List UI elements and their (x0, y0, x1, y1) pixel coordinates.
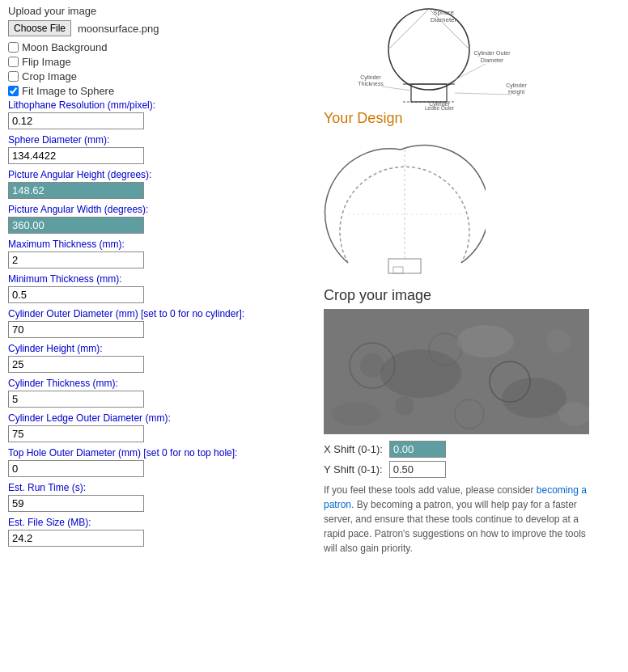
design-preview (324, 133, 486, 279)
main-container: Upload your image Choose File moonsurfac… (0, 0, 628, 560)
svg-text:Thickness: Thickness (358, 81, 384, 87)
x-shift-row: X Shift (0-1): (324, 441, 620, 458)
field-input-max-thickness[interactable] (8, 251, 144, 268)
checkbox-label-moon-bg[interactable]: Moon Background (22, 41, 108, 53)
runtime-label: Est. Run Time (s): (8, 482, 308, 493)
svg-point-34 (332, 402, 380, 426)
field-group-cyl-thickness: Cylinder Thickness (mm): (8, 378, 308, 408)
field-label-cyl-thickness: Cylinder Thickness (mm): (8, 378, 308, 389)
field-input-min-thickness[interactable] (8, 286, 144, 303)
field-input-cyl-ledge-outer[interactable] (8, 425, 144, 442)
svg-text:Diameter: Diameter (481, 57, 504, 63)
field-group-min-thickness: Minimum Thickness (mm): (8, 273, 308, 303)
checkboxes-container: Moon BackgroundFlip ImageCrop ImageFit I… (8, 41, 308, 97)
checkbox-fit-sphere[interactable] (8, 86, 19, 96)
file-name: moonsurface.png (78, 23, 159, 35)
runtime-group: Est. Run Time (s): (8, 482, 308, 512)
field-label-pic-ang-height: Picture Angular Height (degrees): (8, 169, 308, 180)
checkbox-label-flip-image[interactable]: Flip Image (22, 56, 71, 68)
svg-text:Cylinder: Cylinder (360, 74, 381, 81)
checkbox-moon-bg[interactable] (8, 42, 19, 53)
field-label-top-hole: Top Hole Outer Diameter (mm) [set 0 for … (8, 447, 308, 459)
checkbox-row-crop-image: Crop Image (8, 70, 308, 82)
svg-line-13 (382, 87, 411, 91)
svg-point-32 (380, 349, 461, 398)
patron-text: If you feel these tools add value, pleas… (324, 483, 599, 556)
field-group-pic-ang-height: Picture Angular Height (degrees): (8, 169, 308, 199)
svg-line-10 (447, 64, 486, 84)
checkbox-row-moon-bg: Moon Background (8, 41, 308, 53)
field-input-cyl-thickness[interactable] (8, 391, 144, 408)
svg-point-0 (388, 9, 469, 90)
design-title: Your Design (324, 110, 620, 127)
svg-text:Cylinder Outer: Cylinder Outer (473, 50, 511, 57)
svg-rect-1 (411, 84, 447, 102)
checkbox-label-crop-image[interactable]: Crop Image (22, 70, 77, 82)
y-shift-row: Y Shift (0-1): (324, 461, 620, 478)
svg-text:Cylinder: Cylinder (506, 82, 527, 89)
field-group-litho-res: Lithophane Resolution (mm/pixel): (8, 99, 308, 129)
svg-line-18 (455, 93, 511, 95)
field-label-cyl-height: Cylinder Height (mm): (8, 343, 308, 354)
filesize-input[interactable] (8, 530, 144, 547)
sphere-diagram: Sphere Diameter Cylinder Outer Diameter … (324, 5, 534, 110)
svg-point-30 (395, 396, 414, 416)
x-shift-input[interactable] (389, 441, 446, 458)
field-group-cyl-ledge-outer: Cylinder Ledge Outer Diameter (mm): (8, 412, 308, 442)
checkbox-flip-image[interactable] (8, 57, 19, 67)
field-input-cyl-outer-diam[interactable] (8, 321, 144, 338)
patron-text-before: If you feel these tools add value, pleas… (324, 484, 537, 496)
svg-point-33 (502, 378, 566, 418)
crop-title: Crop your image (324, 287, 620, 304)
svg-text:Diameter: Diameter (431, 16, 457, 23)
field-input-top-hole[interactable] (8, 460, 144, 477)
checkbox-crop-image[interactable] (8, 71, 19, 82)
fields-container: Lithophane Resolution (mm/pixel):Sphere … (8, 99, 308, 477)
field-label-litho-res: Lithophane Resolution (mm/pixel): (8, 99, 308, 111)
svg-text:Sphere: Sphere (433, 9, 454, 16)
field-group-cyl-outer-diam: Cylinder Outer Diameter (mm) [set to 0 f… (8, 308, 308, 338)
patron-text-after: . By becoming a patron, you will help pa… (324, 499, 586, 554)
runtime-input[interactable] (8, 495, 144, 512)
field-group-top-hole: Top Hole Outer Diameter (mm) [set 0 for … (8, 447, 308, 477)
field-input-litho-res[interactable] (8, 112, 144, 129)
field-group-cyl-height: Cylinder Height (mm): (8, 343, 308, 373)
field-group-sphere-diam: Sphere Diameter (mm): (8, 134, 308, 164)
field-group-pic-ang-width: Picture Angular Width (degrees): (8, 204, 308, 234)
upload-title: Upload your image (8, 5, 308, 17)
field-label-max-thickness: Maximum Thickness (mm): (8, 239, 308, 250)
field-label-sphere-diam: Sphere Diameter (mm): (8, 134, 308, 146)
file-row: Choose File moonsurface.png (8, 20, 308, 36)
filesize-label: Est. File Size (MB): (8, 517, 308, 528)
svg-point-29 (546, 329, 571, 353)
y-shift-input[interactable] (389, 461, 446, 478)
field-label-cyl-outer-diam: Cylinder Outer Diameter (mm) [set to 0 f… (8, 308, 308, 319)
checkbox-label-fit-sphere[interactable]: Fit Image to Sphere (22, 85, 114, 97)
field-label-cyl-ledge-outer: Cylinder Ledge Outer Diameter (mm): (8, 412, 308, 424)
field-label-pic-ang-width: Picture Angular Width (degrees): (8, 204, 308, 215)
field-input-pic-ang-width[interactable] (8, 217, 144, 234)
field-group-max-thickness: Maximum Thickness (mm): (8, 239, 308, 268)
field-label-min-thickness: Minimum Thickness (mm): (8, 273, 308, 285)
checkbox-row-flip-image: Flip Image (8, 56, 308, 68)
y-shift-label: Y Shift (0-1): (324, 463, 383, 475)
x-shift-label: X Shift (0-1): (324, 443, 383, 455)
svg-text:Ledge Outer: Ledge Outer (425, 105, 455, 110)
field-input-sphere-diam[interactable] (8, 147, 144, 164)
left-panel: Upload your image Choose File moonsurfac… (0, 0, 316, 560)
crop-image (324, 309, 589, 434)
checkbox-row-fit-sphere: Fit Image to Sphere (8, 85, 308, 97)
svg-point-35 (457, 325, 514, 357)
choose-file-button[interactable]: Choose File (8, 20, 71, 36)
filesize-group: Est. File Size (MB): (8, 517, 308, 547)
field-input-cyl-height[interactable] (8, 356, 144, 373)
svg-rect-20 (393, 267, 403, 273)
right-panel: Sphere Diameter Cylinder Outer Diameter … (316, 0, 628, 560)
field-input-pic-ang-height[interactable] (8, 182, 144, 199)
